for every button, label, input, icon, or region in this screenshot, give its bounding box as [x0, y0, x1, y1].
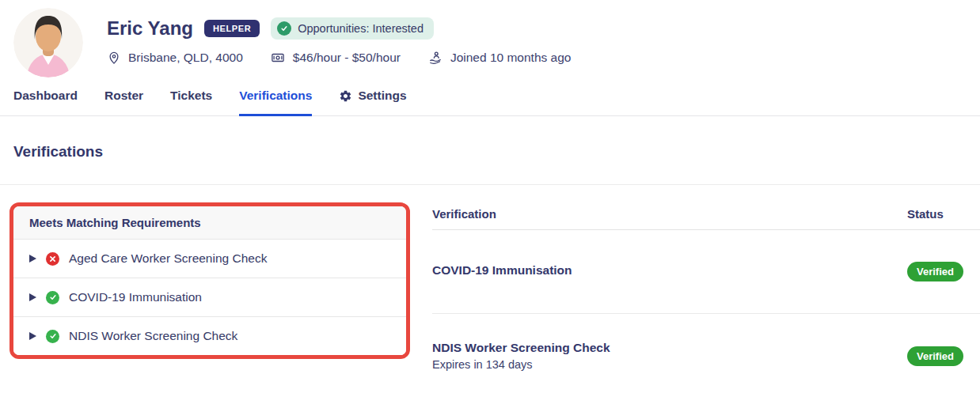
tab-settings[interactable]: Settings — [339, 82, 406, 116]
tab-roster[interactable]: Roster — [104, 82, 143, 116]
gear-icon — [339, 89, 352, 103]
expand-caret-icon[interactable] — [29, 293, 36, 301]
verified-status-badge: Verified — [907, 262, 963, 281]
requirement-row-ndis[interactable]: NDIS Worker Screening Check — [13, 317, 406, 355]
column-header-status: Status — [907, 207, 980, 221]
verification-cell: COVID-19 Immunisation — [432, 263, 907, 281]
matching-requirements-panel: Meets Matching Requirements Aged Care Wo… — [13, 206, 406, 355]
table-row-covid: COVID-19 Immunisation Verified — [432, 230, 980, 314]
tab-tickets[interactable]: Tickets — [170, 82, 212, 116]
tab-dashboard-label: Dashboard — [13, 89, 78, 103]
tab-verifications[interactable]: Verifications — [239, 82, 312, 116]
table-row-ndis: NDIS Worker Screening Check Expires in 1… — [432, 314, 980, 398]
location-label: Brisbane, QLD, 4000 — [128, 51, 243, 65]
location-pin-icon — [107, 51, 121, 65]
profile-header: Eric Yang HELPER Opportunities: Interest… — [0, 0, 980, 77]
tab-dashboard[interactable]: Dashboard — [13, 82, 78, 116]
status-cell: Verified — [907, 262, 980, 281]
requirement-label: COVID-19 Immunisation — [69, 290, 202, 304]
requirement-label: Aged Care Worker Screening Check — [69, 251, 267, 266]
joined-hand-person-icon — [427, 50, 443, 66]
profile-name: Eric Yang — [107, 17, 193, 40]
name-row: Eric Yang HELPER Opportunities: Interest… — [107, 17, 571, 40]
profile-tabs: Dashboard Roster Tickets Verifications S… — [0, 82, 980, 116]
x-circle-icon — [46, 252, 59, 266]
tab-tickets-label: Tickets — [170, 89, 212, 103]
verifications-table: Verification Status COVID-19 Immunisatio… — [432, 202, 980, 398]
joined-label: Joined 10 months ago — [450, 51, 572, 65]
tab-roster-label: Roster — [104, 89, 143, 103]
requirement-row-covid[interactable]: COVID-19 Immunisation — [13, 278, 406, 317]
rate-item: $46/hour - $50/hour — [270, 51, 401, 65]
profile-info: Eric Yang HELPER Opportunities: Interest… — [107, 8, 571, 77]
opportunities-badge-label: Opportunities: Interested — [298, 22, 424, 35]
requirement-label: NDIS Worker Screening Check — [69, 329, 237, 343]
location-item: Brisbane, QLD, 4000 — [107, 51, 243, 65]
check-circle-icon — [46, 330, 59, 343]
opportunities-badge: Opportunities: Interested — [271, 17, 434, 40]
requirement-row-aged-care[interactable]: Aged Care Worker Screening Check — [13, 240, 406, 278]
avatar — [13, 8, 83, 77]
verified-status-badge: Verified — [907, 346, 963, 366]
red-highlight-annotation: Meets Matching Requirements Aged Care Wo… — [9, 202, 410, 359]
verification-title: COVID-19 Immunisation — [432, 263, 907, 278]
expand-caret-icon[interactable] — [29, 332, 36, 340]
verification-title: NDIS Worker Screening Check — [432, 341, 907, 355]
page-title-row: Verifications — [0, 116, 980, 185]
expand-caret-icon[interactable] — [29, 255, 36, 263]
profile-meta-row: Brisbane, QLD, 4000 $46/hour - $50/hour … — [107, 50, 571, 66]
rate-label: $46/hour - $50/hour — [293, 51, 401, 65]
page-title: Verifications — [13, 143, 967, 161]
matching-requirements-header: Meets Matching Requirements — [13, 206, 406, 240]
tab-settings-label: Settings — [358, 89, 406, 103]
tab-verifications-label: Verifications — [239, 89, 312, 103]
verification-cell: NDIS Worker Screening Check Expires in 1… — [432, 341, 907, 371]
verifications-table-header: Verification Status — [432, 202, 980, 230]
check-circle-icon — [277, 21, 291, 36]
helper-role-badge: HELPER — [204, 20, 260, 37]
status-cell: Verified — [907, 346, 980, 366]
column-header-verification: Verification — [432, 207, 907, 221]
verification-subtitle: Expires in 134 days — [432, 358, 907, 371]
check-circle-icon — [46, 291, 59, 304]
verifications-content: Meets Matching Requirements Aged Care Wo… — [0, 185, 980, 398]
money-icon — [270, 51, 286, 65]
joined-item: Joined 10 months ago — [427, 50, 572, 66]
